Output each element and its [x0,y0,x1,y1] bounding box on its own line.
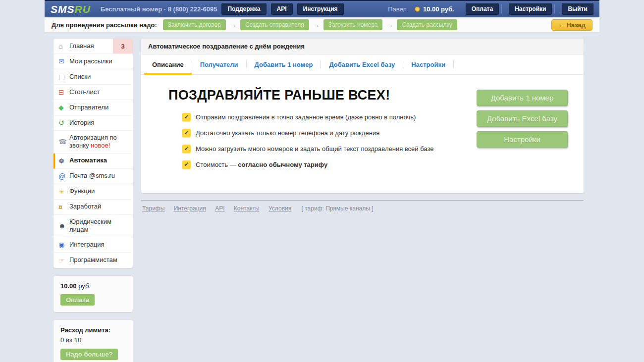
panel-body: ПОЗДРАВЛЯЙТЕ РАНЬШЕ ВСЕХ! ✓ Отправим поз… [141,75,584,193]
check-icon: ✓ [182,145,191,153]
sidebar-item-automation[interactable]: ☸ Автоматика [54,154,133,169]
sidebar-item-stoplist[interactable]: ⊟ Стоп-лист [54,85,133,100]
sidebar-item-mail[interactable]: @ Почта @sms.ru [54,169,133,184]
main-column: Автоматическое поздравление с днём рожде… [141,39,584,362]
sidebar-item-label: Почта @sms.ru [69,169,133,183]
sidebar-item-senders[interactable]: ◆ Отправители [54,100,133,115]
feature-text: Отправим поздравления в точно заданное в… [196,113,416,121]
add-one-number-button[interactable]: Добавить 1 номер [477,90,568,106]
content: ⌂ Главная 3 ✉ Мои рассылки ▤ Списки ⊟ Ст… [45,33,599,362]
sidebar-item-functions[interactable]: ☀ Функции [54,184,133,200]
footer-link-integration[interactable]: Интеграция [174,205,206,212]
page-heading: ПОЗДРАВЛЯЙТЕ РАНЬШЕ ВСЕХ! [168,88,467,103]
sidebar-item-label: Главная [69,39,113,53]
add-excel-base-button[interactable]: Добавить Excel базу [477,110,568,127]
manual-button[interactable]: Инструкция [297,3,344,15]
feature-item: ✓ Можно загрузить много номеров и задать… [182,145,467,153]
panel-title: Автоматическое поздравление с днём рожде… [141,39,584,54]
home-icon: ⌂ [58,43,69,50]
sidebar-menu: ⌂ Главная 3 ✉ Мои рассылки ▤ Списки ⊟ Ст… [54,39,133,268]
feature-text: Достаточно указать только номер телефона… [196,129,379,137]
step-create-contract-button[interactable]: Заключить договор [163,19,226,30]
arrow-right-icon: → [386,21,393,29]
logout-button[interactable]: Выйти [562,3,593,15]
feature-item: ✓ Отправим поздравления в точно заданное… [182,113,467,121]
check-icon: ✓ [182,160,191,169]
limit-box: Расход лимита: 0 из 10 Надо больше? [54,320,133,362]
step-load-numbers-button[interactable]: Загрузить номера [323,19,383,30]
logo-ru: RU [75,3,91,15]
tab-add-one-number[interactable]: Добавить 1 номер [247,54,321,74]
sidebar: ⌂ Главная 3 ✉ Мои рассылки ▤ Списки ⊟ Ст… [54,39,133,362]
at-sign-icon: @ [58,173,69,180]
sidebar-item-label: Заработай [69,200,133,213]
automation-icon: ☸ [58,157,69,164]
sidebar-item-label: Автоматика [69,154,133,167]
need-more-button[interactable]: Надо больше? [60,349,118,360]
tab-add-excel-base[interactable]: Добавить Excel базу [321,54,403,74]
tag-icon: ◆ [58,104,69,111]
free-phone-number: Бесплатный номер · 8 (800) 222-6095 [101,5,217,13]
balance-box: 10.00 руб. Оплата [54,276,133,312]
money-icon: ¤ [58,204,69,210]
sidebar-item-integration[interactable]: ◉ Интеграция [54,237,133,253]
user-name: Павел [388,5,407,13]
balance-amount: 10.00 руб. [423,5,454,13]
tab-settings[interactable]: Настройки [403,54,453,74]
list-icon: ▤ [58,73,69,80]
step-create-sender-button[interactable]: Создать отправителя [240,19,309,30]
balance-text: 10.00 руб. [60,282,126,290]
back-button[interactable]: ← Назад [551,19,592,31]
footer-link-tariffs[interactable]: Тарифы [142,205,164,212]
top-header: SMSRU Бесплатный номер · 8 (800) 222-609… [45,0,599,17]
main-panel: Автоматическое поздравление с днём рожде… [141,39,584,193]
sidebar-item-my-mailings[interactable]: ✉ Мои рассылки [54,54,133,69]
sidebar-item-label: Юридическим лицам [69,215,133,237]
action-buttons: Добавить 1 номер Добавить Excel базу Нас… [477,85,568,176]
sidebar-item-programmers[interactable]: ☞ Программистам [54,253,133,268]
unread-count-badge: 3 [113,39,133,53]
integration-icon: ◉ [58,241,69,248]
support-button[interactable]: Поддержка [221,3,266,15]
sidebar-item-call-authorization[interactable]: ☎ Авторизация по звонку новое! [54,131,133,154]
check-icon: ✓ [182,113,191,121]
user-area: Павел 10.00 руб. Оплата Настройки Выйти [388,3,593,15]
step-create-mailing-button[interactable]: Создать рассылку [397,19,457,30]
feature-item: ✓ Стоимость — согласно обычному тарифу [182,160,467,169]
footer: Тарифы Интеграция API Контакты Условия [… [141,200,584,221]
balance-value: 10.00 [60,282,77,290]
feature-text: Стоимость — согласно обычному тарифу [196,160,327,169]
footer-link-api[interactable]: API [215,205,224,212]
footer-link-terms[interactable]: Условия [268,205,291,212]
sidebar-item-home[interactable]: ⌂ Главная 3 [54,39,133,54]
api-button[interactable]: API [271,3,293,15]
pay-button[interactable]: Оплата [466,3,499,15]
arrow-right-icon: → [313,21,320,29]
sidebar-item-lists[interactable]: ▤ Списки [54,69,133,85]
sidebar-item-legal-entities[interactable]: ☻ Юридическим лицам [54,215,133,238]
footer-link-contacts[interactable]: Контакты [234,205,260,212]
sidebar-pay-button[interactable]: Оплата [60,294,95,306]
arrow-right-icon: → [230,21,236,29]
feature-text: Можно загрузить много номеров и задать о… [196,145,433,153]
sidebar-item-history[interactable]: ↺ История [54,115,133,131]
settings-action-button[interactable]: Настройки [477,131,568,148]
limit-value: 0 из 10 [60,336,126,344]
tab-recipients[interactable]: Получатели [192,54,246,74]
limit-title: Расход лимита: [60,326,126,334]
sidebar-item-label: Интеграция [69,238,133,252]
history-icon: ↺ [58,119,69,126]
sms-ru-logo[interactable]: SMSRU [51,4,91,14]
logo-sms: SMS [51,3,75,15]
workflow-bar: Для проведения рассылки надо: Заключить … [45,17,599,33]
tab-description[interactable]: Описание [144,54,192,74]
tariff-note: [ тариф: Прямые каналы ] [302,205,374,212]
stop-document-icon: ⊟ [58,89,69,96]
settings-button[interactable]: Настройки [509,3,552,15]
sidebar-item-label: Мои рассылки [69,54,133,68]
page: SMSRU Бесплатный номер · 8 (800) 222-609… [45,0,599,362]
coin-icon [415,6,420,12]
sidebar-item-earn[interactable]: ¤ Заработай [54,200,133,215]
description-content: ПОЗДРАВЛЯЙТЕ РАНЬШЕ ВСЕХ! ✓ Отправим поз… [168,85,467,176]
workflow-label: Для проведения рассылки надо: [52,21,157,29]
